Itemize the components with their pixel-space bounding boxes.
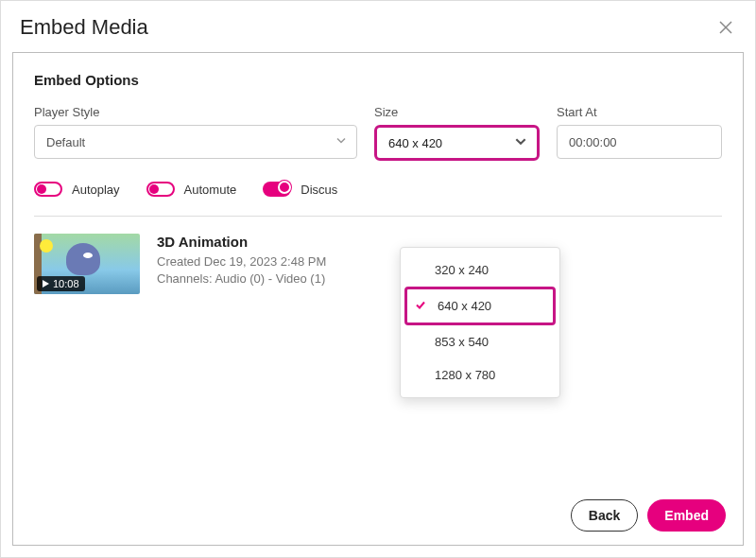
start-at-field: Start At — [557, 105, 722, 161]
size-option[interactable]: 1280 x 780 — [401, 358, 559, 392]
divider — [34, 216, 722, 217]
media-created: Created Dec 19, 2023 2:48 PM — [157, 253, 326, 270]
size-dropdown-menu: 320 x 240640 x 420853 x 5401280 x 780 — [400, 247, 560, 398]
toggles-row: Autoplay Automute Discus — [34, 182, 722, 197]
media-item: 10:08 3D Animation Created Dec 19, 2023 … — [34, 234, 722, 294]
chevron-down-icon — [514, 135, 527, 151]
play-icon — [41, 279, 50, 288]
toggle-switch-icon — [146, 182, 175, 197]
autoplay-label: Autoplay — [72, 183, 120, 197]
start-at-input[interactable] — [557, 125, 722, 159]
player-style-field: Player Style Default — [34, 105, 357, 161]
options-row: Player Style Default Size 640 x 420 — [34, 105, 722, 161]
size-option[interactable]: 853 x 540 — [401, 325, 559, 358]
discussion-label: Discus — [301, 183, 337, 197]
duration-text: 10:08 — [53, 278, 79, 289]
toggle-switch-icon — [263, 182, 291, 197]
close-icon[interactable] — [715, 14, 736, 41]
chevron-down-icon — [335, 135, 347, 149]
embed-media-modal: Embed Media Embed Options Player Style D… — [0, 0, 756, 558]
toggle-switch-icon — [34, 182, 62, 197]
media-thumbnail[interactable]: 10:08 — [34, 234, 140, 294]
back-button[interactable]: Back — [571, 499, 638, 532]
modal-footer: Back Embed — [13, 486, 743, 545]
size-option[interactable]: 640 x 420 — [404, 287, 556, 325]
autoplay-toggle[interactable]: Autoplay — [34, 182, 120, 197]
automute-label: Automute — [184, 183, 237, 197]
automute-toggle[interactable]: Automute — [146, 182, 237, 197]
size-label: Size — [374, 105, 540, 119]
size-option-label: 320 x 240 — [435, 263, 489, 277]
start-at-label: Start At — [557, 105, 722, 119]
embed-button[interactable]: Embed — [647, 499, 726, 532]
duration-badge: 10:08 — [37, 276, 85, 291]
player-style-select[interactable]: Default — [34, 125, 357, 159]
player-style-label: Player Style — [34, 105, 357, 119]
size-option-label: 640 x 420 — [438, 299, 491, 313]
size-field: Size 640 x 420 — [374, 105, 540, 161]
media-channels: Channels: Audio (0) - Video (1) — [157, 270, 326, 288]
size-value: 640 x 420 — [388, 136, 442, 150]
check-icon — [415, 299, 426, 313]
modal-content: Embed Options Player Style Default Size … — [13, 53, 743, 486]
size-option-label: 1280 x 780 — [435, 368, 495, 382]
section-title: Embed Options — [34, 72, 722, 88]
media-meta: 3D Animation Created Dec 19, 2023 2:48 P… — [157, 234, 326, 288]
size-option[interactable]: 320 x 240 — [401, 253, 559, 287]
discussion-toggle[interactable]: Discus — [263, 182, 337, 197]
modal-title: Embed Media — [20, 15, 148, 40]
size-select[interactable]: 640 x 420 — [374, 125, 540, 161]
size-option-label: 853 x 540 — [435, 335, 489, 349]
media-title: 3D Animation — [157, 234, 326, 250]
player-style-value: Default — [46, 135, 85, 149]
modal-header: Embed Media — [1, 1, 755, 52]
modal-inner: Embed Options Player Style Default Size … — [12, 52, 744, 546]
